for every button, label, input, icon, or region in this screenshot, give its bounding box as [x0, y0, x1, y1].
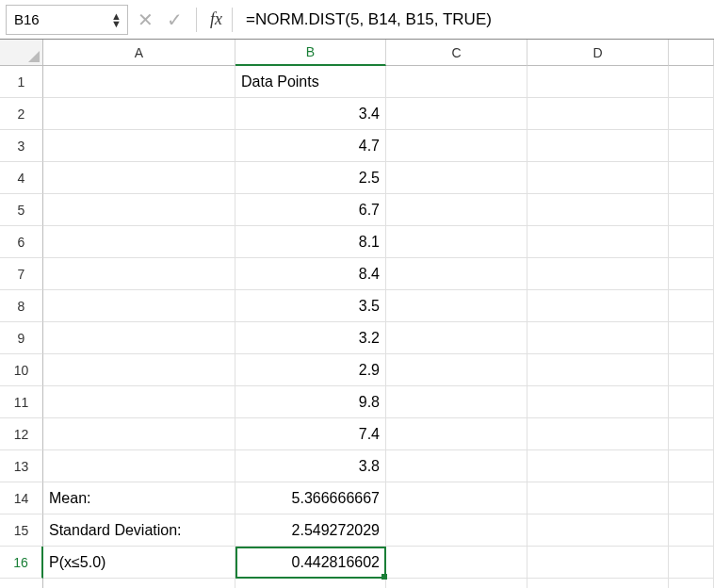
cell-D11[interactable]	[527, 386, 669, 418]
cell-A9[interactable]	[43, 322, 235, 354]
cell-A15[interactable]: Standard Deviation:	[43, 514, 235, 547]
cell-E10[interactable]	[669, 354, 714, 386]
cell-B11[interactable]: 9.8	[235, 386, 386, 418]
cell-D2[interactable]	[527, 98, 669, 130]
cell-C5[interactable]	[386, 194, 527, 226]
cell-B1[interactable]: Data Points	[235, 66, 386, 98]
row-header-17[interactable]	[0, 579, 43, 588]
cell-D4[interactable]	[527, 162, 669, 194]
cell-E12[interactable]	[669, 418, 714, 450]
row-header-11[interactable]: 11	[0, 386, 43, 418]
row-header-13[interactable]: 13	[0, 450, 43, 482]
row-header-12[interactable]: 12	[0, 418, 43, 450]
row-header-7[interactable]: 7	[0, 258, 43, 290]
cell-A7[interactable]	[43, 258, 235, 290]
cell-B16[interactable]: 0.442816602	[235, 547, 386, 579]
cell-E4[interactable]	[669, 162, 714, 194]
cell-B6[interactable]: 8.1	[235, 226, 386, 258]
cell-D17[interactable]	[527, 579, 669, 588]
row-header-2[interactable]: 2	[0, 98, 43, 130]
row-header-6[interactable]: 6	[0, 226, 43, 258]
row-header-4[interactable]: 4	[0, 162, 43, 194]
cell-B9[interactable]: 3.2	[235, 322, 386, 354]
cell-E11[interactable]	[669, 386, 714, 418]
cell-C7[interactable]	[386, 258, 527, 290]
cell-E7[interactable]	[669, 258, 714, 290]
cell-A8[interactable]	[43, 290, 235, 322]
column-header-B[interactable]: B	[235, 40, 386, 66]
cell-C16[interactable]	[386, 547, 527, 579]
row-header-8[interactable]: 8	[0, 290, 43, 322]
cell-D16[interactable]	[527, 547, 669, 579]
cell-A3[interactable]	[43, 130, 235, 162]
cell-D1[interactable]	[527, 66, 669, 98]
cell-B13[interactable]: 3.8	[235, 450, 386, 482]
cell-A11[interactable]	[43, 386, 235, 418]
cell-C14[interactable]	[386, 482, 527, 514]
cell-D12[interactable]	[527, 418, 669, 450]
cell-E5[interactable]	[669, 194, 714, 226]
cell-E6[interactable]	[669, 226, 714, 258]
cancel-icon[interactable]: ✕	[138, 10, 154, 29]
row-header-1[interactable]: 1	[0, 66, 43, 98]
stepper-down-icon[interactable]: ▼	[111, 20, 122, 27]
row-header-5[interactable]: 5	[0, 194, 43, 226]
cell-C6[interactable]	[386, 226, 527, 258]
cell-B17[interactable]	[235, 579, 386, 588]
cell-C1[interactable]	[386, 66, 527, 98]
cell-D8[interactable]	[527, 290, 669, 322]
cell-D3[interactable]	[527, 130, 669, 162]
cell-B7[interactable]: 8.4	[235, 258, 386, 290]
cell-C15[interactable]	[386, 514, 527, 547]
cell-E15[interactable]	[669, 514, 714, 547]
cell-B8[interactable]: 3.5	[235, 290, 386, 322]
cell-C13[interactable]	[386, 450, 527, 482]
cell-C4[interactable]	[386, 162, 527, 194]
column-header-C[interactable]: C	[386, 40, 527, 66]
cell-D13[interactable]	[527, 450, 669, 482]
column-header-E[interactable]	[669, 40, 714, 66]
cell-A10[interactable]	[43, 354, 235, 386]
cell-B15[interactable]: 2.549272029	[235, 514, 386, 547]
fx-label[interactable]: fx	[210, 9, 222, 29]
row-header-10[interactable]: 10	[0, 354, 43, 386]
name-box[interactable]: B16 ▲ ▼	[6, 5, 128, 35]
cell-E14[interactable]	[669, 482, 714, 514]
cell-B12[interactable]: 7.4	[235, 418, 386, 450]
cell-A2[interactable]	[43, 98, 235, 130]
cell-B2[interactable]: 3.4	[235, 98, 386, 130]
formula-input[interactable]: =NORM.DIST(5, B14, B15, TRUE)	[242, 10, 708, 29]
cell-C2[interactable]	[386, 98, 527, 130]
cell-D5[interactable]	[527, 194, 669, 226]
name-box-stepper[interactable]: ▲ ▼	[111, 12, 122, 27]
row-header-15[interactable]: 15	[0, 514, 43, 547]
select-all-corner[interactable]	[0, 40, 43, 66]
row-header-3[interactable]: 3	[0, 130, 43, 162]
cell-C12[interactable]	[386, 418, 527, 450]
cell-B3[interactable]: 4.7	[235, 130, 386, 162]
row-header-16[interactable]: 16	[0, 547, 43, 579]
row-header-14[interactable]: 14	[0, 482, 43, 514]
cell-E16[interactable]	[669, 547, 714, 579]
cell-A17[interactable]	[43, 579, 235, 588]
cell-E9[interactable]	[669, 322, 714, 354]
cell-E3[interactable]	[669, 130, 714, 162]
cell-D9[interactable]	[527, 322, 669, 354]
cell-A5[interactable]	[43, 194, 235, 226]
cell-C10[interactable]	[386, 354, 527, 386]
confirm-icon[interactable]: ✓	[167, 10, 183, 29]
cell-A6[interactable]	[43, 226, 235, 258]
cell-A13[interactable]	[43, 450, 235, 482]
cell-D10[interactable]	[527, 354, 669, 386]
cell-C8[interactable]	[386, 290, 527, 322]
cell-B5[interactable]: 6.7	[235, 194, 386, 226]
cell-E17[interactable]	[669, 579, 714, 588]
cell-A4[interactable]	[43, 162, 235, 194]
cell-B4[interactable]: 2.5	[235, 162, 386, 194]
cell-A12[interactable]	[43, 418, 235, 450]
cell-A1[interactable]	[43, 66, 235, 98]
cell-D7[interactable]	[527, 258, 669, 290]
cell-C17[interactable]	[386, 579, 527, 588]
cell-D14[interactable]	[527, 482, 669, 514]
cell-E1[interactable]	[669, 66, 714, 98]
